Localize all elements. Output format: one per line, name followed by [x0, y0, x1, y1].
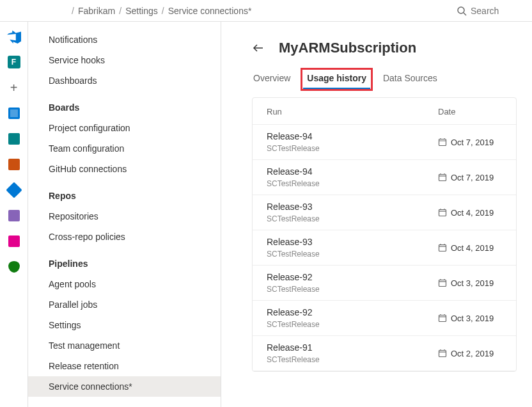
- rail-project[interactable]: F: [7, 55, 21, 69]
- table-row[interactable]: Release-93SCTestReleaseOct 4, 2019: [253, 230, 516, 266]
- run-date: Oct 7, 2019: [451, 173, 494, 182]
- run-name: Release-92: [267, 307, 438, 317]
- run-date: Oct 4, 2019: [451, 208, 494, 218]
- svg-rect-7: [439, 175, 446, 181]
- run-date: Oct 3, 2019: [451, 314, 494, 323]
- tabs: OverviewUsage historyData Sources: [252, 70, 517, 88]
- sidebar-section-header: Pipelines: [28, 247, 221, 274]
- tab-usage-history[interactable]: Usage history: [303, 70, 370, 88]
- rail-artifacts-icon[interactable]: [7, 234, 21, 248]
- project-avatar: F: [8, 56, 20, 68]
- table-row[interactable]: Release-93SCTestReleaseOct 4, 2019: [253, 195, 516, 230]
- usage-table: Run Date Release-94SCTestReleaseOct 7, 2…: [252, 97, 517, 372]
- tab-data-sources[interactable]: Data Sources: [382, 70, 439, 88]
- nav-rail: F +: [0, 22, 28, 407]
- page-title: MyARMSubscription: [279, 40, 416, 56]
- run-pipeline: SCTestRelease: [267, 285, 438, 294]
- svg-rect-3: [439, 140, 446, 146]
- sidebar-item[interactable]: Repositories: [28, 206, 221, 227]
- run-name: Release-92: [267, 272, 438, 282]
- svg-rect-15: [439, 245, 446, 251]
- run-pipeline: SCTestRelease: [267, 320, 438, 329]
- azure-devops-logo-icon[interactable]: [7, 29, 21, 44]
- col-header-run[interactable]: Run: [267, 107, 438, 116]
- sidebar-item[interactable]: Project configuration: [28, 118, 221, 138]
- rail-repos-icon[interactable]: [7, 157, 21, 172]
- rail-testplans-icon[interactable]: [7, 209, 21, 223]
- svg-line-1: [464, 13, 466, 15]
- run-name: Release-91: [267, 342, 438, 353]
- breadcrumb-page[interactable]: Service connections*: [168, 6, 252, 16]
- top-bar: / Fabrikam / Settings / Service connecti…: [0, 0, 532, 22]
- run-date: Oct 4, 2019: [451, 243, 494, 253]
- table-row[interactable]: Release-92SCTestReleaseOct 3, 2019: [253, 266, 516, 301]
- sidebar-section-header: Boards: [28, 91, 221, 118]
- sidebar-section-header: Repos: [28, 179, 221, 206]
- run-name: Release-93: [267, 202, 438, 212]
- run-date: Oct 2, 2019: [451, 349, 494, 358]
- sidebar-item[interactable]: Test management: [28, 335, 221, 356]
- breadcrumb-sep: /: [119, 6, 121, 16]
- rail-boards-icon[interactable]: [7, 132, 21, 146]
- calendar-icon: [438, 138, 447, 147]
- col-header-date[interactable]: Date: [438, 107, 502, 116]
- svg-point-0: [458, 7, 464, 13]
- tab-overview[interactable]: Overview: [252, 70, 292, 88]
- run-name: Release-94: [267, 131, 438, 141]
- rail-add-button[interactable]: +: [7, 81, 21, 95]
- svg-rect-19: [439, 280, 446, 287]
- sidebar-item[interactable]: Service hooks: [28, 50, 221, 70]
- sidebar-item[interactable]: GitHub connections: [28, 159, 221, 179]
- calendar-icon: [438, 349, 447, 358]
- sidebar-item[interactable]: Team configuration: [28, 138, 221, 159]
- search-box[interactable]: [457, 6, 527, 16]
- table-header: Run Date: [253, 98, 516, 125]
- table-row[interactable]: Release-94SCTestReleaseOct 7, 2019: [253, 160, 516, 195]
- svg-rect-11: [439, 210, 446, 216]
- rail-overview-icon[interactable]: [7, 106, 21, 120]
- settings-sidebar[interactable]: NotificationsService hooksDashboardsBoar…: [28, 22, 221, 407]
- sidebar-item[interactable]: Release retention: [28, 356, 221, 376]
- run-pipeline: SCTestRelease: [267, 250, 438, 259]
- breadcrumb-sep: /: [72, 6, 74, 16]
- run-pipeline: SCTestRelease: [267, 214, 438, 223]
- sidebar-item[interactable]: Dashboards: [28, 70, 221, 91]
- sidebar-item[interactable]: Cross-repo policies: [28, 227, 221, 247]
- table-row[interactable]: Release-94SCTestReleaseOct 7, 2019: [253, 125, 516, 160]
- calendar-icon: [438, 278, 447, 287]
- calendar-icon: [438, 314, 447, 323]
- search-icon: [457, 6, 467, 16]
- sidebar-item[interactable]: Settings: [28, 315, 221, 335]
- calendar-icon: [438, 208, 447, 217]
- breadcrumb: / Fabrikam / Settings / Service connecti…: [5, 6, 251, 16]
- table-row[interactable]: Release-91SCTestReleaseOct 2, 2019: [253, 336, 516, 371]
- rail-compliance-icon[interactable]: [7, 260, 21, 274]
- run-pipeline: SCTestRelease: [267, 355, 438, 364]
- breadcrumb-section[interactable]: Settings: [125, 6, 158, 16]
- breadcrumb-org[interactable]: Fabrikam: [78, 6, 115, 16]
- sidebar-item[interactable]: Parallel jobs: [28, 294, 221, 315]
- run-pipeline: SCTestRelease: [267, 144, 438, 153]
- svg-rect-27: [439, 351, 446, 357]
- sidebar-item[interactable]: Notifications: [28, 29, 221, 50]
- back-arrow-icon[interactable]: [252, 42, 270, 54]
- table-row[interactable]: Release-92SCTestReleaseOct 3, 2019: [253, 301, 516, 336]
- calendar-icon: [438, 243, 447, 252]
- calendar-icon: [438, 173, 447, 182]
- search-input[interactable]: [471, 6, 522, 16]
- svg-rect-23: [439, 315, 446, 322]
- run-date: Oct 3, 2019: [451, 278, 494, 288]
- rail-pipelines-icon[interactable]: [7, 183, 21, 197]
- breadcrumb-sep: /: [162, 6, 164, 16]
- run-name: Release-93: [267, 237, 438, 247]
- run-date: Oct 7, 2019: [451, 138, 494, 147]
- run-name: Release-94: [267, 166, 438, 177]
- run-pipeline: SCTestRelease: [267, 179, 438, 188]
- sidebar-item[interactable]: Service connections*: [28, 376, 221, 397]
- sidebar-item[interactable]: Agent pools: [28, 274, 221, 294]
- main-content: MyARMSubscription OverviewUsage historyD…: [221, 22, 532, 407]
